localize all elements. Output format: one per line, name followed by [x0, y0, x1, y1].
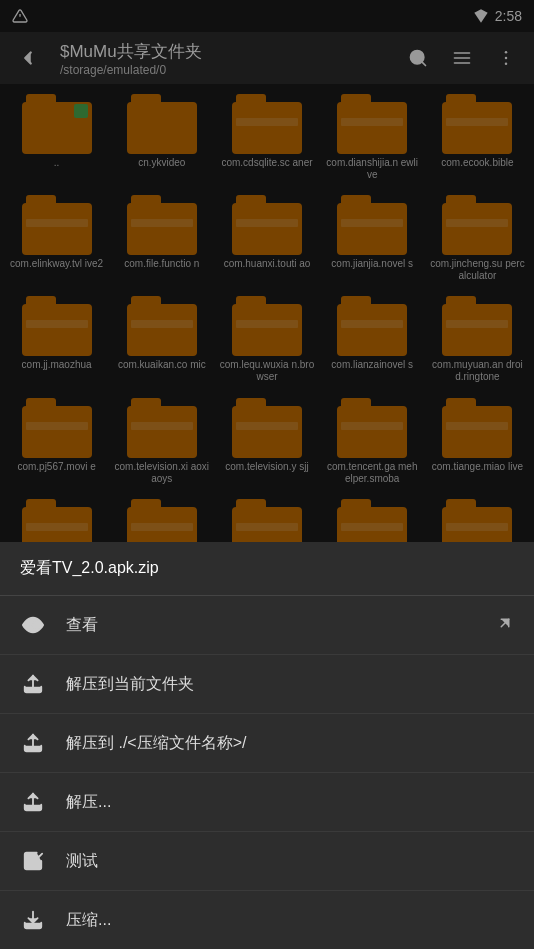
menu-item-label: 查看: [66, 615, 476, 636]
compress-icon: [20, 907, 46, 933]
menu-item-label: 解压到 ./<压缩文件名称>/: [66, 733, 514, 754]
menu-item[interactable]: 解压到 ./<压缩文件名称>/: [0, 714, 534, 773]
eye-icon: [20, 612, 46, 638]
menu-item[interactable]: 解压到当前文件夹: [0, 655, 534, 714]
bottom-sheet-title: 爱看TV_2.0.apk.zip: [0, 542, 534, 596]
menu-item-label: 解压...: [66, 792, 514, 813]
menu-item-label: 测试: [66, 851, 514, 872]
svg-point-11: [30, 622, 36, 628]
menu-item-label: 解压到当前文件夹: [66, 674, 514, 695]
extract-icon: [20, 789, 46, 815]
bottom-sheet: 爱看TV_2.0.apk.zip 查看解压到当前文件夹解压到 ./<压缩文件名称…: [0, 542, 534, 949]
menu-item[interactable]: 测试: [0, 832, 534, 891]
menu-item[interactable]: 解压...: [0, 773, 534, 832]
menu-item-label: 压缩...: [66, 910, 514, 931]
test-icon: [20, 848, 46, 874]
menu-arrow-icon: [496, 614, 514, 637]
extract-icon: [20, 730, 46, 756]
extract-icon: [20, 671, 46, 697]
menu-item[interactable]: 压缩...: [0, 891, 534, 949]
menu-item[interactable]: 查看: [0, 596, 534, 655]
